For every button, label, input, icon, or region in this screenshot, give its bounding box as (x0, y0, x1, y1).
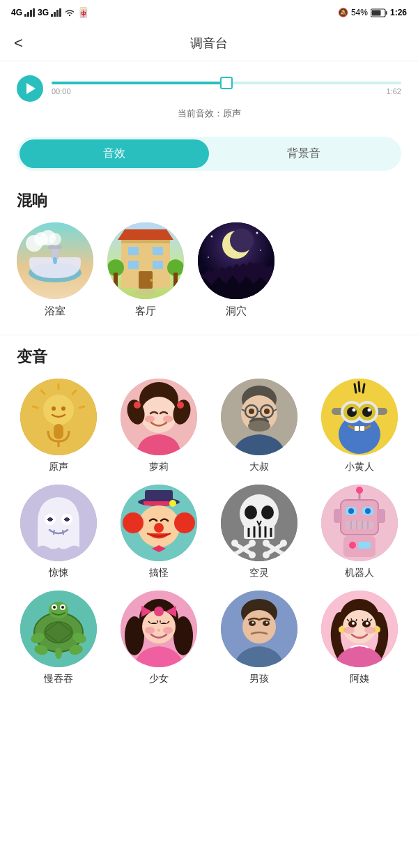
tab-background[interactable]: 背景音 (209, 139, 398, 168)
svg-point-122 (249, 551, 256, 558)
voice-item-original[interactable]: 原声 (11, 379, 106, 473)
progress-bar[interactable]: 00:00 1:62 (52, 82, 401, 96)
svg-point-128 (280, 551, 287, 558)
svg-point-127 (263, 551, 270, 558)
voice-label-auntie: 阿姨 (350, 673, 369, 685)
progress-fill (52, 82, 226, 84)
voice-label-uncle: 大叔 (249, 461, 269, 473)
divider (0, 335, 418, 335)
svg-point-59 (134, 402, 141, 409)
status-right: 🔕 54% 1:26 (338, 8, 407, 17)
svg-point-151 (45, 622, 72, 643)
svg-point-44 (43, 395, 74, 425)
svg-point-126 (280, 540, 287, 547)
svg-marker-24 (118, 229, 173, 240)
voice-image-minion (321, 379, 398, 455)
reverb-item-livingroom[interactable]: 客厅 (107, 222, 184, 318)
svg-point-60 (177, 402, 184, 409)
reverb-item-cave[interactable]: 洞穴 (198, 222, 274, 318)
svg-point-165 (55, 648, 62, 659)
svg-line-91 (363, 384, 364, 393)
svg-point-105 (154, 523, 164, 533)
reverb-image-bathroom (17, 222, 93, 299)
voice-image-boy (221, 591, 297, 667)
voice-image-slow (20, 591, 97, 667)
alarm-icon: 🔕 (338, 8, 348, 17)
voice-image-auntie (321, 591, 398, 667)
svg-rect-147 (377, 509, 385, 523)
svg-line-89 (355, 384, 356, 393)
current-effect-label: 当前音效：原声 (17, 107, 401, 120)
svg-rect-130 (341, 500, 378, 535)
svg-rect-35 (173, 273, 178, 287)
voice-item-clown[interactable]: 搞怪 (111, 485, 206, 579)
progress-track (52, 82, 401, 84)
svg-point-175 (145, 627, 155, 634)
voice-item-auntie[interactable]: 阿姨 (312, 591, 407, 685)
progress-thumb[interactable] (220, 77, 233, 89)
back-button[interactable]: < (14, 34, 23, 52)
reverb-grid: 浴室 (0, 222, 418, 332)
svg-point-160 (61, 606, 64, 609)
svg-rect-33 (114, 273, 118, 287)
voice-item-ghost[interactable]: 惊悚 (11, 485, 106, 579)
time-end: 1:62 (387, 87, 401, 96)
voice-item-molly[interactable]: 萝莉 (111, 379, 206, 473)
svg-line-201 (367, 618, 368, 620)
svg-line-199 (356, 619, 357, 621)
svg-point-41 (260, 250, 261, 251)
svg-point-144 (349, 542, 356, 549)
svg-point-74 (248, 420, 270, 432)
svg-rect-2 (30, 10, 32, 17)
play-button[interactable] (17, 75, 43, 102)
voice-item-robot[interactable]: 机器人 (312, 485, 407, 579)
voice-item-boy[interactable]: 男孩 (212, 591, 307, 685)
svg-point-176 (163, 627, 173, 634)
svg-point-52 (52, 406, 56, 411)
battery-icon (371, 8, 387, 17)
reverb-title: 混响 (0, 185, 418, 222)
voice-change-title: 变音 (0, 341, 418, 379)
voice-item-spirit[interactable]: 空灵 (212, 485, 307, 579)
player-controls: 00:00 1:62 (17, 75, 401, 102)
svg-point-101 (169, 500, 176, 507)
reverb-label-bathroom: 浴室 (45, 305, 65, 318)
svg-rect-5 (54, 12, 56, 17)
svg-rect-15 (48, 245, 62, 249)
voice-label-girl: 少女 (149, 673, 169, 685)
signal-icon (24, 8, 36, 17)
svg-point-62 (163, 416, 173, 422)
svg-rect-1 (27, 12, 29, 17)
voice-image-clown (121, 485, 197, 561)
voice-label-original: 原声 (49, 461, 68, 473)
voice-label-boy: 男孩 (249, 673, 269, 685)
svg-point-168 (125, 616, 144, 655)
extra-icon: 🀄 (77, 7, 89, 18)
voice-label-minion: 小黄人 (345, 461, 374, 473)
svg-rect-10 (385, 11, 387, 15)
play-icon (26, 83, 36, 94)
tab-effects[interactable]: 音效 (20, 139, 209, 168)
svg-point-133 (356, 487, 363, 494)
voice-image-original (20, 379, 97, 455)
svg-point-156 (49, 602, 68, 618)
svg-line-95 (54, 530, 54, 535)
voice-item-minion[interactable]: 小黄人 (312, 379, 407, 473)
svg-line-90 (359, 382, 359, 391)
svg-point-86 (368, 409, 371, 412)
voice-label-clown: 搞怪 (149, 567, 169, 579)
voice-item-slow[interactable]: 慢吞吞 (11, 591, 106, 685)
voice-image-ghost (20, 485, 97, 561)
wifi-icon (64, 8, 75, 17)
voice-item-girl[interactable]: 少女 (111, 591, 206, 685)
svg-rect-7 (59, 8, 61, 17)
svg-point-120 (249, 540, 256, 547)
reverb-item-bathroom[interactable]: 浴室 (17, 222, 93, 318)
voice-image-robot (321, 485, 398, 561)
svg-point-20 (49, 233, 61, 245)
svg-rect-28 (153, 261, 163, 269)
voice-item-uncle[interactable]: 大叔 (212, 379, 307, 473)
svg-point-16 (53, 257, 57, 264)
svg-point-125 (263, 540, 270, 547)
svg-point-177 (157, 629, 160, 632)
